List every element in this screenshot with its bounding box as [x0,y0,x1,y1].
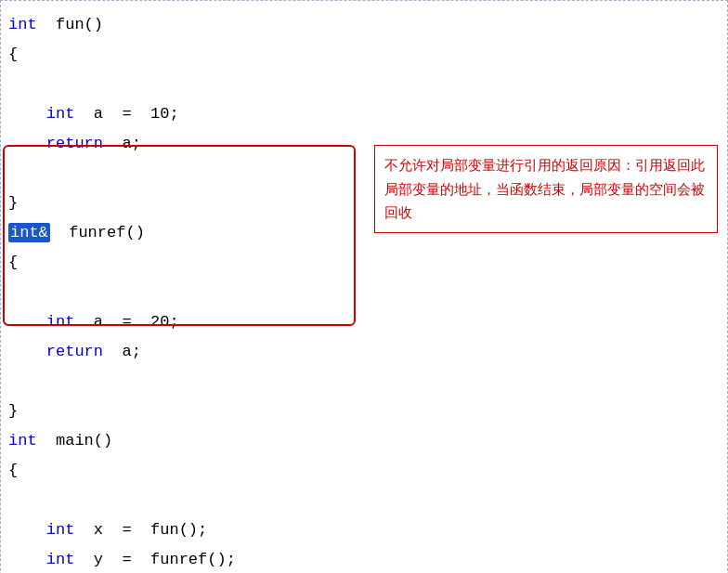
keyword-int-11: int [46,313,75,331]
tooltip-box: 不允许对局部变量进行引用的返回原因：引用返回此局部变量的地址，当函数结束，局部变… [374,145,718,233]
keyword-int-19: int [46,551,75,568]
code-line-10 [1,278,727,307]
code-line-13 [1,367,727,397]
tooltip-text: 不允许对局部变量进行引用的返回原因：引用返回此局部变量的地址，当函数结束，局部变… [384,157,705,220]
code-line-17 [1,486,727,515]
keyword-return-5: return [46,135,103,152]
keyword-int-ref-8: int& [8,223,50,242]
code-line-1: int fun() [1,10,727,40]
code-container: int fun() { int a = 10; return a; } int&… [0,0,728,573]
code-line-16: { [1,456,727,486]
code-line-3 [1,70,727,99]
keyword-int-15: int [8,432,37,449]
code-line-12: return a; [1,337,727,367]
code-line-19: int y = funref(); [1,545,727,573]
code-line-2: { [1,40,727,70]
code-line-4: int a = 10; [1,99,727,129]
keyword-int-1: int [8,16,37,33]
keyword-return-12: return [46,343,103,360]
code-line-11: int a = 20; [1,307,727,337]
code-line-18: int x = fun(); [1,515,727,545]
code-line-15: int main() [1,426,727,456]
code-line-14: } [1,397,727,426]
code-line-9: { [1,248,727,278]
keyword-int-4: int [46,105,75,123]
keyword-int-18: int [46,521,75,539]
